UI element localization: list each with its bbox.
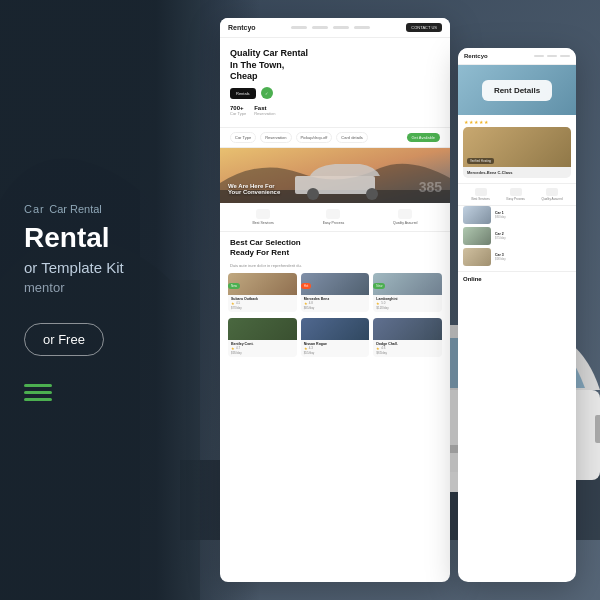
mobile-car-info-3: Car 3 $90/day xyxy=(495,253,571,261)
car-card-5: Nissan Rogue ★4.3 $55/day xyxy=(301,318,370,357)
mobile-nav-3 xyxy=(560,55,570,57)
mobile-car-info-1: Car 1 $60/day xyxy=(495,211,571,219)
car-price-4: $95/day xyxy=(231,351,294,355)
category-label: Car Car Rental xyxy=(24,199,220,217)
mockup-area: Rentcyo CONTACT US Quality Car RentalIn … xyxy=(220,0,600,600)
mockup-hero: Quality Car RentalIn The Town,Cheap Rent… xyxy=(220,38,450,127)
mobile-car-thumb-1 xyxy=(463,206,491,224)
mobile-online-title: Online xyxy=(458,271,576,286)
mobile-car-price-2: $75/day xyxy=(495,236,571,240)
mobile-hero: Rent Details xyxy=(458,65,576,115)
mockup-steps: Best Services Easy Process Quality Assur… xyxy=(220,203,450,232)
car-price-2: $85/day xyxy=(304,306,367,310)
free-button-label: or Free xyxy=(43,332,85,347)
left-content-panel: Car Car Rental Rental or Template Kit me… xyxy=(0,0,240,600)
menu-line-3 xyxy=(24,398,52,401)
hero-title: Quality Car RentalIn The Town,Cheap xyxy=(230,48,440,83)
car-tag-3: New xyxy=(373,283,385,289)
main-title: Rental xyxy=(24,222,220,254)
mobile-nav-dots xyxy=(534,55,570,57)
filter-card[interactable]: Card details xyxy=(336,132,367,143)
mobile-card-img: Verified Hosting xyxy=(463,127,571,167)
mobile-step-3: Quality Assured xyxy=(542,188,563,201)
car-price-6: $65/day xyxy=(376,351,439,355)
availability-btn[interactable]: Get Available xyxy=(407,133,441,142)
scene-number: 385 xyxy=(419,179,442,195)
subtitle: or Template Kit xyxy=(24,259,220,276)
mobile-car-price-1: $60/day xyxy=(495,215,571,219)
step-label-3: Quality Assured xyxy=(393,221,418,225)
car-info-2: Mercedes Benz ★4.8 $85/day xyxy=(301,295,370,312)
mockup-cta-btn[interactable]: CONTACT US xyxy=(406,23,442,32)
category-text: Car Rental xyxy=(49,203,102,215)
mobile-logo: Rentcyo xyxy=(464,53,488,59)
subtitle2: mentor xyxy=(24,280,220,295)
step-label-2: Easy Process xyxy=(323,221,344,225)
mobile-step-icon-1 xyxy=(475,188,487,196)
cars-grid-row2: Bentley Cont. ★4.7 $95/day Nissan Rogue … xyxy=(220,318,450,365)
car-price-3: $120/day xyxy=(376,306,439,310)
filter-row: Car Type Reservation Pickup/drop-off Car… xyxy=(220,127,450,148)
section-subtitle: Duis aute irure dolor in reprehenderit d… xyxy=(220,263,450,273)
filter-pickup[interactable]: Pickup/drop-off xyxy=(296,132,333,143)
svg-rect-17 xyxy=(295,176,375,194)
mobile-car-info-2: Car 2 $75/day xyxy=(495,232,571,240)
mobile-car-3: Car 3 $90/day xyxy=(463,248,571,266)
mobile-step-label-3: Quality Assured xyxy=(542,197,563,201)
step-3: Quality Assured xyxy=(393,209,418,225)
car-info-5: Nissan Rogue ★4.3 $55/day xyxy=(301,340,370,357)
mobile-nav-1 xyxy=(534,55,544,57)
mockup-nav xyxy=(291,26,370,29)
section-title: Best Car SelectionReady For Rent xyxy=(220,232,450,263)
car-tag-2: Hot xyxy=(301,283,312,289)
mobile-step-label-2: Easy Process xyxy=(506,197,524,201)
step-label-1: Best Services xyxy=(252,221,273,225)
mobile-mockup: Rentcyo Rent Details ★ ★ ★ ★ ★ Verified … xyxy=(458,48,576,582)
star-2: ★ xyxy=(469,119,473,125)
mobile-car-price-3: $90/day xyxy=(495,257,571,261)
cars-grid-row1: New Subaru Outback ★4.5 $70/day Hot Merc… xyxy=(220,273,450,318)
mobile-car-2: Car 2 $75/day xyxy=(463,227,571,245)
menu-line-1 xyxy=(24,384,52,387)
mobile-step-1: Best Services xyxy=(471,188,489,201)
stat-2: Fast Reservation xyxy=(254,105,275,116)
mobile-rating: ★ ★ ★ ★ ★ xyxy=(458,115,576,127)
car-price-5: $55/day xyxy=(304,351,367,355)
desktop-mockup: Rentcyo CONTACT US Quality Car RentalIn … xyxy=(220,18,450,582)
step-icon-1 xyxy=(256,209,270,219)
mobile-big-car-card: Verified Hosting Mercedes-Benz C-Class xyxy=(463,127,571,178)
free-button[interactable]: or Free xyxy=(24,323,104,356)
nav-item-4 xyxy=(354,26,370,29)
mobile-car-1: Car 1 $60/day xyxy=(463,206,571,224)
car-info-6: Dodge Chall. ★4.6 $65/day xyxy=(373,340,442,357)
mockup-nav-bar: Rentcyo CONTACT US xyxy=(220,18,450,38)
star-5: ★ xyxy=(484,119,488,125)
mobile-steps: Best Services Easy Process Quality Assur… xyxy=(458,183,576,206)
mobile-header: Rentcyo xyxy=(458,48,576,65)
star-3: ★ xyxy=(474,119,478,125)
star-4: ★ xyxy=(479,119,483,125)
menu-line-2 xyxy=(24,391,52,394)
rent-details-badge: Rent Details xyxy=(482,80,552,101)
mobile-step-label-1: Best Services xyxy=(471,197,489,201)
star-1: ★ xyxy=(464,119,468,125)
mobile-hero-bg: Rent Details xyxy=(458,65,576,115)
menu-icon-button[interactable] xyxy=(24,384,52,401)
mobile-nav-2 xyxy=(547,55,557,57)
car-card-6: Dodge Chall. ★4.6 $65/day xyxy=(373,318,442,357)
car-card-2: Hot Mercedes Benz ★4.8 $85/day xyxy=(301,273,370,312)
mobile-car-thumb-3 xyxy=(463,248,491,266)
filter-reservation[interactable]: Reservation xyxy=(260,132,291,143)
mobile-step-icon-3 xyxy=(546,188,558,196)
hero-actions: Rentals ✓ xyxy=(230,87,440,99)
hero-badge: ✓ xyxy=(261,87,273,99)
mockup-stats: 700+ Car Type Fast Reservation xyxy=(230,105,440,116)
nav-item-2 xyxy=(312,26,328,29)
step-2: Easy Process xyxy=(323,209,344,225)
stat-label-2: Reservation xyxy=(254,111,275,116)
mobile-car-thumb-2 xyxy=(463,227,491,245)
mobile-card-name: Mercedes-Benz C-Class xyxy=(463,167,571,178)
car-price-1: $70/day xyxy=(231,306,294,310)
car-info-3: Lamborghini ★5.0 $120/day xyxy=(373,295,442,312)
nav-item-1 xyxy=(291,26,307,29)
